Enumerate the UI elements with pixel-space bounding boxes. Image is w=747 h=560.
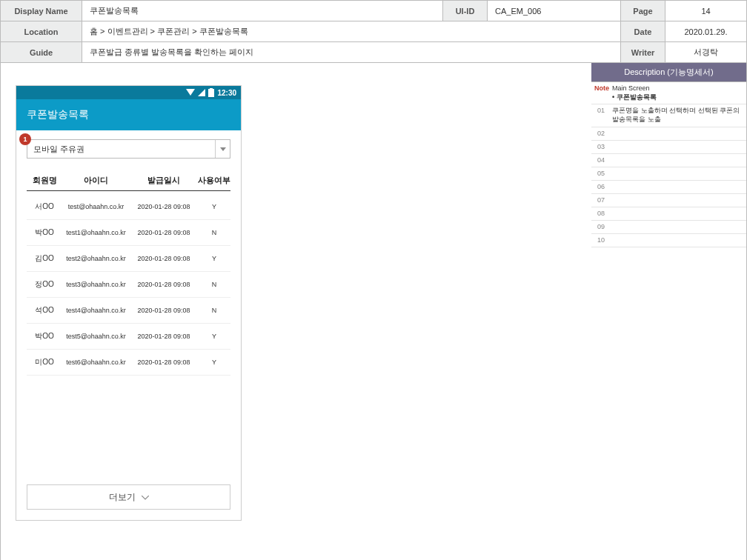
col-header-date: 발급일시 — [130, 175, 198, 186]
label-guide: Guide — [1, 42, 82, 63]
design-canvas: 12:30 쿠폰발송목록 1 모바일 주유권 회원명 아이디 — [0, 63, 591, 560]
list-row: 석OO test4@ohaahn.co.kr 2020-01-28 09:08 … — [27, 298, 230, 324]
list-row: 박OO test5@ohaahn.co.kr 2020-01-28 09:08 … — [27, 324, 230, 350]
label-page: Page — [621, 1, 665, 21]
value-writer: 서경탁 — [665, 42, 747, 63]
value-guide: 쿠폰발급 종류별 발송목록을 확인하는 페이지 — [82, 42, 621, 63]
coupon-select[interactable]: 모바일 주유권 — [27, 139, 230, 159]
battery-icon — [208, 88, 214, 97]
description-panel: Description (기능명세서) Note Main Screen • 쿠… — [591, 63, 747, 560]
list-body: 서OO test@ohaahn.co.kr 2020-01-28 09:08 Y… — [27, 194, 230, 376]
description-header: Description (기능명세서) — [591, 63, 746, 82]
label-writer: Writer — [621, 42, 665, 63]
label-date: Date — [621, 21, 665, 42]
appbar-title: 쿠폰발송목록 — [27, 108, 89, 120]
phone-mockup: 12:30 쿠폰발송목록 1 모바일 주유권 회원명 아이디 — [16, 85, 242, 521]
status-time: 12:30 — [217, 89, 236, 97]
label-location: Location — [1, 21, 82, 42]
phone-statusbar: 12:30 — [16, 86, 241, 99]
chevron-down-icon — [142, 492, 149, 502]
desc-note-label: Note — [594, 84, 608, 92]
wifi-icon — [186, 89, 195, 96]
desc-note-text: Main Screen • 쿠폰발송목록 — [612, 84, 743, 101]
appbar: 쿠폰발송목록 — [16, 99, 241, 130]
svg-rect-0 — [208, 89, 214, 97]
label-display-name: Display Name — [1, 1, 82, 21]
value-location: 홈 > 이벤트관리 > 쿠폰관리 > 쿠폰발송목록 — [82, 21, 621, 42]
list-row: 김OO test2@ohaahn.co.kr 2020-01-28 09:08 … — [27, 246, 230, 272]
coupon-select-value: 모바일 주유권 — [33, 144, 84, 155]
chevron-down-icon — [215, 140, 230, 158]
signal-icon — [198, 89, 205, 96]
value-ui-id: CA_EM_006 — [488, 1, 621, 21]
callout-badge-1: 1 — [19, 133, 31, 145]
value-date: 2020.01.29. — [665, 21, 747, 42]
label-ui-id: UI-ID — [443, 1, 488, 21]
svg-rect-1 — [210, 88, 213, 89]
more-button[interactable]: 더보기 — [27, 484, 230, 510]
value-display-name: 쿠폰발송목록 — [82, 1, 443, 21]
list-row: 정OO test3@ohaahn.co.kr 2020-01-28 09:08 … — [27, 272, 230, 298]
col-header-id: 아이디 — [62, 175, 130, 186]
list-header: 회원명 아이디 발급일시 사용여부 — [27, 175, 230, 191]
list-row: 서OO test@ohaahn.co.kr 2020-01-28 09:08 Y — [27, 194, 230, 220]
more-button-label: 더보기 — [109, 491, 136, 504]
col-header-use: 사용여부 — [198, 175, 230, 186]
col-header-name: 회원명 — [27, 175, 62, 186]
value-page: 14 — [665, 1, 747, 21]
spec-header-table: Display Name 쿠폰발송목록 UI-ID CA_EM_006 Page… — [0, 0, 747, 63]
list-row: 박OO test1@ohaahn.co.kr 2020-01-28 09:08 … — [27, 220, 230, 246]
list-row: 미OO test6@ohaahn.co.kr 2020-01-28 09:08 … — [27, 350, 230, 376]
